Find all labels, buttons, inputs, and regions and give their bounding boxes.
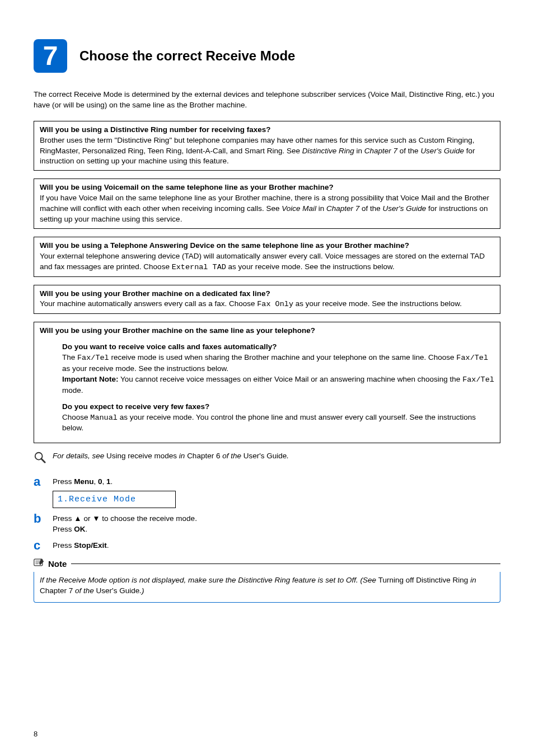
step-c: c Press Stop/Exit. bbox=[34, 539, 500, 552]
note-label: Note bbox=[48, 558, 67, 570]
sb2-post: . bbox=[86, 525, 88, 533]
page-number: 8 bbox=[34, 729, 38, 739]
p5s1-post2: as your receive mode. See the instructio… bbox=[62, 364, 228, 373]
p5s1-pre: The bbox=[62, 353, 77, 361]
p5s2-mono: Manual bbox=[90, 414, 118, 422]
lcd-display: 1.Receive Mode bbox=[53, 491, 176, 508]
sa-c2: , bbox=[102, 477, 107, 486]
sc-post: . bbox=[107, 541, 109, 550]
sb2-pre: Press bbox=[53, 525, 74, 533]
p5s1-l2post: You cannot receive voice messages on eit… bbox=[119, 375, 463, 383]
note-section: Note If the Receive Mode option is not d… bbox=[34, 557, 500, 603]
detail-p3: User's Guide bbox=[243, 452, 287, 460]
panel4-pre: Your machine automatically answers every… bbox=[40, 299, 257, 308]
panel2-mid: in bbox=[316, 204, 326, 213]
detail-p2: Chapter 6 bbox=[187, 452, 222, 460]
p5s1-mono2: Fax/Tel bbox=[456, 354, 488, 362]
panel-shared-line: Will you be using your Brother machine o… bbox=[34, 322, 500, 443]
sc-b: Stop/Exit bbox=[74, 541, 107, 550]
magnifier-icon bbox=[34, 451, 53, 467]
panel1-title: Will you be using a Distinctive Ring num… bbox=[40, 125, 270, 134]
p5s1-post: receive mode is used when sharing the Br… bbox=[109, 353, 457, 361]
svg-line-1 bbox=[41, 459, 45, 462]
sa-b2: 0 bbox=[98, 477, 102, 486]
panel1-ital1: Distinctive Ring bbox=[302, 147, 354, 155]
panel5-sub2-title: Do you expect to receive very few faxes? bbox=[62, 402, 209, 411]
panel2-ital1: Voice Mail bbox=[282, 204, 316, 213]
panel1-ital2: Chapter 7 bbox=[364, 147, 397, 155]
sa-post: . bbox=[111, 477, 113, 486]
note-i2: in bbox=[470, 576, 476, 584]
down-arrow-icon: ▼ bbox=[92, 514, 100, 523]
note-p1: Turning off Distinctive Ring bbox=[378, 576, 470, 584]
panel1-mid2: of the bbox=[397, 147, 420, 155]
p5s1-l2mono: Fax/Tel bbox=[462, 375, 494, 384]
panel5-title: Will you be using your Brother machine o… bbox=[40, 326, 315, 335]
note-rule bbox=[71, 564, 500, 564]
panel3-post: as your receive mode. See the instructio… bbox=[226, 262, 395, 271]
step-a: a Press Menu, 0, 1. 1.Receive Mode bbox=[34, 476, 500, 508]
panel-voicemail: Will you be using Voicemail on the same … bbox=[34, 179, 500, 229]
detail-pre: For details, see bbox=[53, 452, 106, 460]
note-i4: .) bbox=[139, 586, 144, 595]
sa-b1: Menu bbox=[74, 477, 93, 486]
sb2-b: OK bbox=[74, 525, 85, 533]
note-p2: Chapter 7 bbox=[40, 586, 75, 595]
panel3-title: Will you be using a Telephone Answering … bbox=[40, 241, 409, 250]
up-arrow-icon: ▲ bbox=[74, 514, 81, 523]
step-b: b Press ▲ or ▼ to choose the receive mod… bbox=[34, 513, 500, 535]
detail-mid: in bbox=[179, 452, 187, 460]
step-b-letter: b bbox=[34, 513, 53, 525]
panel2-title: Will you be using Voicemail on the same … bbox=[40, 183, 334, 191]
panel2-ital3: User's Guide bbox=[383, 204, 427, 213]
panel-dedicated-line: Will you be using your Brother machine o… bbox=[34, 285, 500, 314]
sb-pre: Press bbox=[53, 514, 74, 523]
note-i3: of the bbox=[75, 586, 96, 595]
p5s1-mono1: Fax/Tel bbox=[77, 354, 109, 362]
panel2-mid2: of the bbox=[359, 204, 382, 213]
detail-mid2: of the bbox=[222, 452, 243, 460]
sb-mid: or bbox=[82, 514, 93, 523]
p5s1-important: Important Note: bbox=[62, 375, 119, 383]
note-i1: If the Receive Mode option is not displa… bbox=[40, 576, 378, 584]
note-pencil-icon bbox=[34, 557, 45, 571]
panel1-ital3: User's Guide bbox=[420, 147, 464, 155]
panel5-sub1-title: Do you want to receive voice calls and f… bbox=[62, 342, 277, 351]
detail-post: . bbox=[287, 452, 289, 460]
step-c-letter: c bbox=[34, 539, 53, 552]
panel3-mono: External TAD bbox=[172, 263, 226, 271]
panel-tad: Will you be using a Telephone Answering … bbox=[34, 237, 500, 277]
intro-text: The correct Receive Mode is determined b… bbox=[34, 90, 500, 111]
p5s1-l2post2: mode. bbox=[62, 386, 83, 395]
sa-c1: , bbox=[94, 477, 99, 486]
panel1-mid: in bbox=[354, 147, 364, 155]
panel4-mono: Fax Only bbox=[257, 300, 293, 308]
details-reference: For details, see Using receive modes in … bbox=[34, 451, 500, 467]
panel-distinctive-ring: Will you be using a Distinctive Ring num… bbox=[34, 121, 500, 171]
p5s2-pre: Choose bbox=[62, 413, 90, 421]
sb-post: to choose the receive mode. bbox=[100, 514, 197, 523]
sa-pre: Press bbox=[53, 477, 74, 486]
panel4-post: as your receive mode. See the instructio… bbox=[293, 299, 462, 308]
panel4-title: Will you be using your Brother machine o… bbox=[40, 289, 270, 298]
sc-pre: Press bbox=[53, 541, 74, 550]
page-title: Choose the correct Receive Mode bbox=[79, 46, 295, 65]
note-box: If the Receive Mode option is not displa… bbox=[34, 572, 500, 603]
step-number-box: 7 bbox=[34, 39, 67, 73]
detail-p1: Using receive modes bbox=[106, 452, 179, 460]
sa-b3: 1 bbox=[106, 477, 111, 486]
step-a-letter: a bbox=[34, 476, 53, 488]
p5s2-post: as your receive mode. You control the ph… bbox=[62, 413, 476, 433]
note-p3: User's Guide bbox=[96, 586, 140, 595]
panel2-ital2: Chapter 7 bbox=[326, 204, 359, 213]
